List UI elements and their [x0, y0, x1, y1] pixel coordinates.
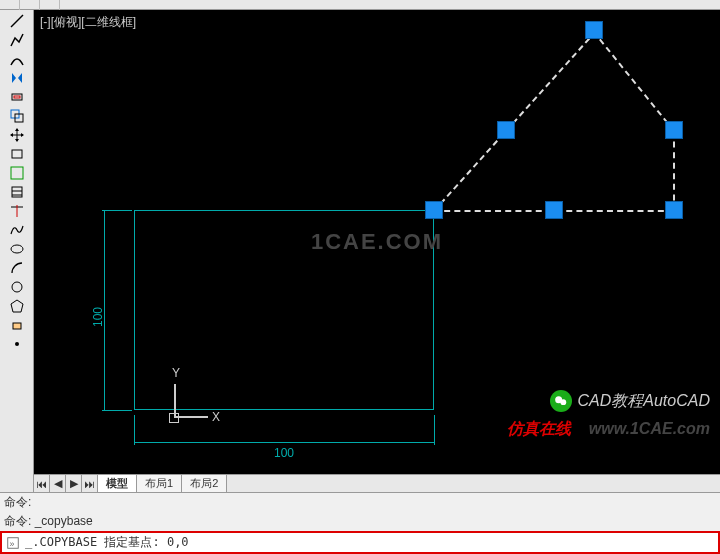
svg-marker-9 [10, 133, 13, 137]
command-history-line-1: 命令: [0, 493, 720, 512]
tab-prev-icon[interactable]: ◀ [50, 475, 66, 492]
watermark-right-2a: 仿真在线 [507, 420, 571, 437]
svg-point-18 [11, 245, 23, 253]
tab-model[interactable]: 模型 [98, 475, 137, 492]
svg-point-19 [12, 282, 22, 292]
tab-layout2[interactable]: 布局2 [182, 475, 227, 492]
poly-tool-icon[interactable] [8, 297, 26, 315]
line-tool-icon[interactable] [8, 12, 26, 30]
dimension-h-text[interactable]: 100 [274, 446, 294, 460]
drawing-canvas[interactable]: 100 100 [34, 10, 720, 474]
svg-point-22 [15, 342, 19, 346]
command-prompt-icon: » [5, 536, 21, 550]
svg-rect-12 [11, 167, 23, 179]
svg-line-0 [11, 15, 23, 27]
ucs-x-label: X [212, 410, 220, 424]
svg-marker-8 [15, 139, 19, 142]
toolbar-top [0, 0, 720, 10]
watermark-center: 1CAE.COM [311, 229, 443, 255]
grip[interactable] [665, 121, 683, 139]
ucs-origin-icon [169, 413, 179, 423]
svg-rect-2 [14, 96, 20, 98]
dimension-v-ext2 [102, 410, 132, 411]
svg-rect-11 [12, 150, 22, 158]
tab-first-icon[interactable]: ⏮ [34, 475, 50, 492]
main-area: [-][俯视][二维线框] 100 100 [0, 10, 720, 492]
toolbar-button[interactable] [40, 0, 60, 10]
tab-nav: ⏮ ◀ ▶ ⏭ [34, 475, 98, 492]
cmd-line1-prefix: 命令: [4, 495, 31, 509]
offset-tool-icon[interactable] [8, 88, 26, 106]
ucs-x-axis-icon [174, 416, 208, 418]
rect-tool-icon[interactable] [8, 145, 26, 163]
ellipse-tool-icon[interactable] [8, 240, 26, 258]
svg-rect-21 [13, 323, 21, 329]
pline-tool-icon[interactable] [8, 31, 26, 49]
app-root: [-][俯视][二维线框] 100 100 [0, 0, 720, 554]
hatch-tool-icon[interactable] [8, 183, 26, 201]
draw-toolbar [0, 10, 34, 492]
grip[interactable] [497, 121, 515, 139]
selected-line-4[interactable] [593, 31, 675, 132]
layout-tabs: ⏮ ◀ ▶ ⏭ 模型 布局1 布局2 [34, 474, 720, 492]
grip[interactable] [425, 201, 443, 219]
point-tool-icon[interactable] [8, 335, 26, 353]
watermark-right-1-text: CAD教程AutoCAD [578, 391, 710, 412]
command-history-line-2: 命令: _copybase [0, 512, 720, 531]
grip[interactable] [585, 21, 603, 39]
toolbar-button[interactable] [20, 0, 40, 10]
ucs-icon[interactable]: Y X [174, 378, 214, 418]
watermark-right-1: CAD教程AutoCAD [550, 390, 710, 412]
tab-next-icon[interactable]: ▶ [66, 475, 82, 492]
toolbar-button[interactable] [0, 0, 20, 10]
grip[interactable] [665, 201, 683, 219]
arc-tool-icon[interactable] [8, 50, 26, 68]
watermark-right-2b: www.1CAE.com [589, 420, 710, 437]
trim-tool-icon[interactable] [8, 202, 26, 220]
svg-marker-10 [21, 133, 24, 137]
mirror-tool-icon[interactable] [8, 69, 26, 87]
dimension-h-line[interactable] [134, 442, 434, 443]
tab-last-icon[interactable]: ⏭ [82, 475, 98, 492]
erase-tool-icon[interactable] [8, 316, 26, 334]
dimension-v-ext1 [102, 210, 132, 211]
cmd-line2-text: _copybase [35, 514, 93, 528]
region-tool-icon[interactable] [8, 164, 26, 182]
watermark-right-2: 仿真在线 www.1CAE.com [507, 419, 710, 440]
command-input-row[interactable]: » _.COPYBASE 指定基点: 0,0 [0, 531, 720, 554]
drawing-layer: 100 100 [34, 10, 720, 474]
canvas-wrap: [-][俯视][二维线框] 100 100 [34, 10, 720, 492]
dimension-h-ext2 [434, 415, 435, 445]
ucs-y-label: Y [172, 366, 180, 380]
svg-marker-7 [15, 128, 19, 131]
arc2-tool-icon[interactable] [8, 259, 26, 277]
wechat-icon [550, 390, 572, 412]
svg-marker-20 [11, 300, 23, 312]
spline-tool-icon[interactable] [8, 221, 26, 239]
selected-line-2[interactable] [673, 131, 675, 211]
command-area: 命令: 命令: _copybase » _.COPYBASE 指定基点: 0,0 [0, 492, 720, 554]
svg-point-24 [560, 399, 566, 405]
cmd-line2-prefix: 命令: [4, 514, 31, 528]
svg-text:»: » [10, 538, 15, 548]
copy-tool-icon[interactable] [8, 107, 26, 125]
dimension-v-text[interactable]: 100 [91, 307, 105, 327]
circle-tool-icon[interactable] [8, 278, 26, 296]
dimension-h-ext1 [134, 415, 135, 445]
command-input-text[interactable]: _.COPYBASE 指定基点: 0,0 [25, 534, 715, 551]
grip[interactable] [545, 201, 563, 219]
tab-layout1[interactable]: 布局1 [137, 475, 182, 492]
move-tool-icon[interactable] [8, 126, 26, 144]
